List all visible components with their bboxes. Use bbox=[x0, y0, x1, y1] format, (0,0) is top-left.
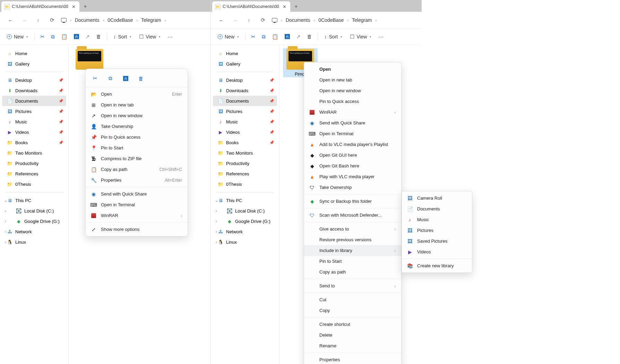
nav-videos[interactable]: ▶Videos📌 bbox=[2, 127, 66, 137]
ctx-include-library[interactable]: Include in library› bbox=[304, 245, 401, 256]
more-button[interactable]: ⋯ bbox=[376, 31, 386, 43]
cut-button[interactable]: ✂ bbox=[37, 31, 48, 43]
nav-books[interactable]: 📁Books📌 bbox=[2, 137, 66, 148]
delete-button[interactable]: 🗑 bbox=[304, 31, 315, 43]
breadcrumb[interactable]: › Documents › 0CodeBase › Telegram › bbox=[61, 17, 169, 23]
ctx-give-access[interactable]: Give access to› bbox=[304, 224, 401, 234]
ctx-pin-quick-access[interactable]: 📌Pin to Quick access bbox=[86, 132, 188, 142]
ctx-winrar[interactable]: WinRAR› bbox=[304, 107, 401, 118]
ctx-git-gui[interactable]: ◆Open Git GUI here bbox=[304, 150, 401, 161]
ctx-copy-path[interactable]: 📋Copy as pathCtrl+Shift+C bbox=[86, 164, 188, 175]
up-button[interactable]: ↑ bbox=[32, 14, 44, 26]
ctx-pin-start[interactable]: 📍Pin to Start bbox=[86, 142, 188, 153]
nav-productivity[interactable]: 📁Productivity bbox=[2, 158, 66, 168]
sort-button[interactable]: ↕Sort▾ bbox=[321, 31, 346, 43]
ctx-copy[interactable]: Copy bbox=[304, 305, 401, 316]
refresh-button[interactable]: ⟳ bbox=[46, 14, 58, 26]
close-tab-icon[interactable]: ✕ bbox=[72, 4, 77, 9]
sort-button[interactable]: ↕Sort▾ bbox=[110, 31, 135, 43]
ctx-sync-backup[interactable]: ◆Sync or Backup this folder bbox=[304, 196, 401, 207]
lib-saved-pictures[interactable]: 🖼Saved Pictures bbox=[402, 236, 472, 246]
ctx-cut-icon[interactable]: ✂ bbox=[89, 72, 101, 84]
nav-downloads[interactable]: ⬇Downloads📌 bbox=[2, 85, 66, 96]
ctx-send-to[interactable]: Send to› bbox=[304, 280, 401, 291]
new-tab-button[interactable]: + bbox=[79, 1, 91, 12]
lib-create-new[interactable]: 📚Create new library bbox=[402, 260, 472, 271]
ctx-rename[interactable]: Rename bbox=[304, 340, 401, 351]
ctx-compress-zip[interactable]: 🗜Compress to ZIP file bbox=[86, 153, 188, 164]
nav-local-disk[interactable]: ›💽Local Disk (C:) bbox=[2, 206, 66, 216]
up-button[interactable]: ↑ bbox=[243, 14, 255, 26]
crumb-telegram[interactable]: Telegram bbox=[141, 17, 161, 23]
share-button[interactable]: ↗ bbox=[293, 31, 303, 43]
nav-gallery[interactable]: 🖼Gallery bbox=[2, 59, 66, 69]
ctx-take-ownership[interactable]: 👤Take Ownership bbox=[86, 121, 188, 132]
new-button[interactable]: +New▾ bbox=[214, 31, 242, 43]
ctx-pin-start[interactable]: Pin to Start bbox=[304, 256, 401, 267]
nav-google-drive[interactable]: ›◆Google Drive (G:) bbox=[2, 216, 66, 226]
back-button[interactable]: ← bbox=[4, 14, 17, 26]
back-button[interactable]: ← bbox=[215, 14, 227, 26]
ctx-copy-path[interactable]: Copy as path bbox=[304, 267, 401, 277]
ctx-open-terminal[interactable]: ⌨Open in Terminal bbox=[86, 199, 188, 210]
copy-button[interactable]: ⧉ bbox=[48, 31, 58, 43]
new-tab-button[interactable]: + bbox=[290, 1, 302, 12]
nav-desktop[interactable]: 🖥Desktop📌 bbox=[2, 75, 66, 85]
ctx-open-tab[interactable]: Open in new tab bbox=[304, 75, 401, 85]
crumb-documents[interactable]: Documents bbox=[75, 17, 100, 23]
ctx-open-terminal[interactable]: ⌨Open in Terminal bbox=[304, 128, 401, 139]
ctx-quick-share[interactable]: ◉Send with Quick Share bbox=[86, 189, 188, 199]
close-tab-icon[interactable]: ✕ bbox=[283, 4, 287, 9]
lib-camera-roll[interactable]: 🖼Camera Roll bbox=[402, 193, 472, 203]
nav-music[interactable]: ♪Music📌 bbox=[2, 116, 66, 127]
crumb-codebase[interactable]: 0CodeBase bbox=[107, 17, 133, 23]
ctx-open[interactable]: 📂OpenEnter bbox=[86, 89, 188, 99]
ctx-cut[interactable]: Cut bbox=[304, 294, 401, 305]
more-button[interactable]: ⋯ bbox=[165, 31, 175, 43]
rename-button[interactable]: 🅰 bbox=[282, 31, 293, 43]
ctx-show-more[interactable]: ⤢Show more options bbox=[86, 224, 188, 235]
cut-button[interactable]: ✂ bbox=[248, 31, 258, 43]
delete-button[interactable]: 🗑 bbox=[93, 31, 104, 43]
refresh-button[interactable]: ⟳ bbox=[257, 14, 269, 26]
ctx-open-window[interactable]: Open in new window bbox=[304, 85, 401, 96]
ctx-pin-quick-access[interactable]: Pin to Quick access bbox=[304, 96, 401, 107]
forward-button[interactable]: → bbox=[229, 14, 241, 26]
new-button[interactable]: +New▾ bbox=[3, 31, 32, 43]
ctx-winrar[interactable]: WinRAR› bbox=[86, 210, 188, 221]
ctx-properties[interactable]: 🔧PropertiesAlt+Enter bbox=[86, 175, 188, 185]
ctx-create-shortcut[interactable]: Create shortcut bbox=[304, 319, 401, 330]
chevron-down-icon[interactable]: ⌄ bbox=[3, 199, 8, 202]
forward-button[interactable]: → bbox=[18, 14, 31, 26]
paste-button[interactable]: 📋 bbox=[58, 31, 70, 43]
nav-references[interactable]: 📁References bbox=[2, 168, 66, 179]
nav-documents[interactable]: 📄Documents📌 bbox=[2, 96, 66, 106]
nav-pictures[interactable]: 🖼Pictures📌 bbox=[2, 106, 66, 116]
ctx-delete-icon[interactable]: 🗑 bbox=[135, 72, 147, 84]
ctx-properties[interactable]: Properties bbox=[304, 354, 401, 364]
ctx-open-window[interactable]: ↗Open in new window bbox=[86, 110, 188, 121]
copy-button[interactable]: ⧉ bbox=[259, 31, 268, 43]
ctx-rename-icon[interactable]: 🅰 bbox=[120, 72, 131, 84]
nav-linux[interactable]: ›🐧Linux bbox=[2, 237, 66, 247]
ctx-quick-share[interactable]: ◉Send with Quick Share bbox=[304, 118, 401, 128]
ctx-vlc-playlist[interactable]: ▲Add to VLC media player's Playlist bbox=[304, 139, 401, 150]
view-button[interactable]: ☐View▾ bbox=[346, 31, 375, 43]
nav-this-pc[interactable]: ⌄🖥This PC bbox=[2, 195, 66, 206]
ctx-delete[interactable]: Delete bbox=[304, 330, 401, 340]
lib-videos[interactable]: ▶Videos bbox=[402, 246, 472, 257]
nav-network[interactable]: ›🖧Network bbox=[2, 226, 66, 237]
lib-documents[interactable]: 📄Documents bbox=[402, 203, 472, 214]
chevron-right-icon[interactable]: › bbox=[3, 209, 8, 213]
lib-pictures[interactable]: 🖼Pictures bbox=[402, 225, 472, 236]
nav-home[interactable]: ⌂Home bbox=[2, 48, 66, 59]
ctx-copy-icon[interactable]: ⧉ bbox=[104, 72, 116, 84]
ctx-defender[interactable]: 🛡Scan with Microsoft Defender... bbox=[304, 210, 401, 220]
nav-thesis[interactable]: 📁0Thesis bbox=[2, 179, 66, 189]
view-button[interactable]: ☐View▾ bbox=[136, 31, 164, 43]
breadcrumb[interactable]: › Documents› 0CodeBase› Telegram› bbox=[272, 17, 380, 23]
ctx-restore-versions[interactable]: Restore previous versions bbox=[304, 234, 401, 245]
ctx-git-bash[interactable]: ◆Open Git Bash here bbox=[304, 161, 401, 171]
ctx-vlc-play[interactable]: ▲Play with VLC media player bbox=[304, 171, 401, 182]
share-button[interactable]: ↗ bbox=[83, 31, 93, 43]
